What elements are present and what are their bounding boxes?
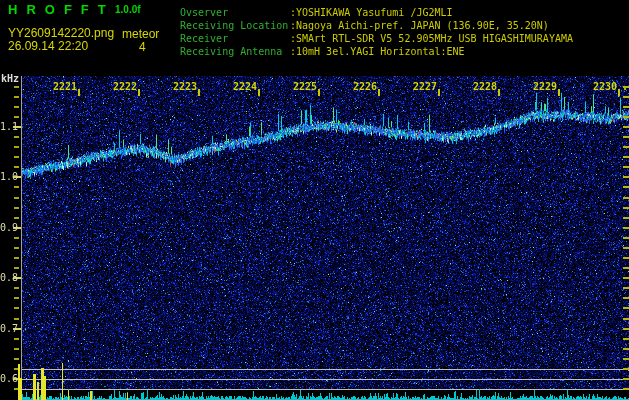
y-axis-tick-label: 1.0 bbox=[0, 172, 14, 182]
info-value: :SMArt RTL-SDR V5 52.905MHz USB HIGASHIM… bbox=[290, 33, 573, 44]
y-axis-tick-label: 1.1 bbox=[0, 122, 14, 132]
info-label: Receiving Location bbox=[180, 21, 290, 31]
y-axis-tick-label: 0.9 bbox=[0, 223, 14, 233]
x-axis-tick-label: 2223 bbox=[173, 82, 197, 92]
x-axis-tick-label: 2226 bbox=[353, 82, 377, 92]
x-axis-tick-label: 2222 bbox=[113, 82, 137, 92]
info-label: Receiver bbox=[180, 34, 290, 44]
y-axis-tick-label: 0.8 bbox=[0, 273, 14, 283]
x-axis-tick-label: 2229 bbox=[533, 82, 557, 92]
output-filename: YY2609142220.png bbox=[8, 27, 114, 39]
info-value: :10mH 3el.YAGI Horizontal:ENE bbox=[290, 46, 465, 57]
observation-datetime: 26.09.14 22:20 bbox=[8, 40, 88, 52]
y-axis-tick-label: 0.6 bbox=[0, 374, 14, 384]
app-version: 1.0.0f bbox=[115, 5, 141, 15]
info-value: :Nagoya Aichi-pref. JAPAN (136.90E, 35.2… bbox=[290, 20, 549, 31]
info-line: Ovserver:YOSHIKAWA Yasufumi /JG2MLI bbox=[180, 8, 453, 18]
x-axis-tick-label: 2228 bbox=[473, 82, 497, 92]
spectrogram-canvas bbox=[0, 0, 629, 400]
x-axis-tick-label: 2230 bbox=[593, 82, 617, 92]
x-axis-tick-label: 2227 bbox=[413, 82, 437, 92]
mode-label: meteor bbox=[122, 28, 159, 40]
app-title: HROFFT bbox=[8, 3, 115, 16]
info-line: Receiver:SMArt RTL-SDR V5 52.905MHz USB … bbox=[180, 34, 573, 44]
info-label: Ovserver bbox=[180, 8, 290, 18]
info-line: Receiving Antenna:10mH 3el.YAGI Horizont… bbox=[180, 47, 465, 57]
meteor-count: 4 bbox=[139, 41, 146, 53]
x-axis-tick-label: 2224 bbox=[233, 82, 257, 92]
x-axis-tick-label: 2225 bbox=[293, 82, 317, 92]
y-axis-unit-label: kHz bbox=[1, 74, 19, 84]
y-axis-tick-label: 0.7 bbox=[0, 324, 14, 334]
x-axis-trailing-dot: . bbox=[622, 82, 628, 92]
hrofft-screen: HROFFT 1.0.0f YY2609142220.png meteor 26… bbox=[0, 0, 629, 400]
info-label: Receiving Antenna bbox=[180, 47, 290, 57]
info-line: Receiving Location:Nagoya Aichi-pref. JA… bbox=[180, 21, 549, 31]
x-axis-tick-label: 2221 bbox=[53, 82, 77, 92]
info-value: :YOSHIKAWA Yasufumi /JG2MLI bbox=[290, 7, 453, 18]
